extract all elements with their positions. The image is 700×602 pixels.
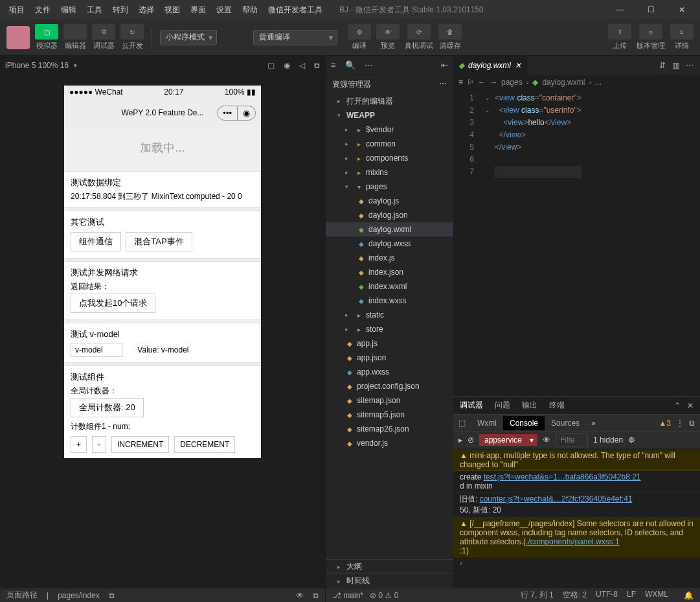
dock-devtools-icon[interactable]: ⧉ (689, 419, 695, 428)
mute-icon[interactable]: ◁ (299, 61, 305, 70)
minimize-button[interactable]: — (607, 1, 633, 19)
file-store[interactable]: ▸▸store (326, 322, 453, 336)
tb-详情[interactable]: ≡详情 (670, 24, 694, 51)
tb-云开发[interactable]: ↻云开发 (120, 24, 144, 51)
tb-版本管理[interactable]: ⎋版本管理 (637, 24, 665, 51)
inspect-icon[interactable]: ⬚ (453, 419, 471, 428)
branch[interactable]: ⎇ main* (332, 591, 363, 600)
tb-上传[interactable]: ⇧上传 (608, 24, 631, 51)
file-daylog.wxss[interactable]: ◆daylog.wxss (326, 237, 453, 251)
file-sitemap5.json[interactable]: ◆sitemap5.json (326, 408, 453, 422)
tb-编辑器[interactable]: 编辑器 (63, 24, 87, 51)
menu-转到[interactable]: 转到 (109, 2, 132, 18)
menu-界面[interactable]: 界面 (186, 2, 210, 18)
back-icon[interactable]: ← (478, 78, 486, 87)
search-icon[interactable]: 🔍 (345, 60, 356, 70)
file-daylog.js[interactable]: ◆daylog.js (326, 194, 453, 208)
file-daylog.wxml[interactable]: ◆daylog.wxml (326, 222, 453, 237)
record-icon[interactable]: ◉ (284, 61, 290, 70)
dbgtab-调试器[interactable]: 调试器 (460, 400, 483, 411)
console-prompt[interactable]: › (453, 557, 700, 569)
close-tab-icon[interactable]: ✕ (515, 61, 521, 70)
mode-select[interactable]: 小程序模式 (160, 30, 217, 45)
maximize-button[interactable]: ☐ (638, 1, 664, 19)
btn-DECREMENT[interactable]: DECREMENT (174, 436, 235, 453)
btn-send-requests[interactable]: 点我发起10个请求 (71, 294, 155, 313)
settings-icon[interactable]: ⚙ (628, 435, 635, 445)
tb-预览[interactable]: 👁预览 (376, 24, 400, 51)
file-app.json[interactable]: ◆app.json (326, 351, 453, 365)
problems-count[interactable]: ⊘ 0 ⚠ 0 (370, 591, 398, 600)
context-select[interactable]: appservice (479, 434, 537, 446)
file-tree[interactable]: ▸打开的编辑器▾WEAPP▸▸$vendor▸▸common▸▸componen… (326, 94, 453, 559)
dbgtab-输出[interactable]: 输出 (522, 400, 537, 411)
toggle-sidebar-icon[interactable]: ▸ (458, 435, 462, 445)
file-daylog.json[interactable]: ◆daylog.json (326, 208, 453, 222)
tab-daylog-wxml[interactable]: ◆ daylog.wxml ✕ (453, 56, 527, 75)
file-app.js[interactable]: ◆app.js (326, 336, 453, 351)
file-sitemap26.json[interactable]: ◆sitemap26.json (326, 422, 453, 436)
hidden-count[interactable]: 1 hidden (593, 435, 623, 445)
btn-+[interactable]: + (71, 436, 87, 453)
outline-section[interactable]: ▸大纲 (326, 559, 453, 573)
menu-帮助[interactable]: 帮助 (238, 2, 262, 18)
btn-global-counter[interactable]: 全局计数器: 20 (71, 398, 144, 417)
close-debugger-icon[interactable]: ✕ (687, 401, 694, 410)
compile-select[interactable]: 普通编译 (253, 30, 337, 45)
folder-mixins[interactable]: ▸▸mixins (326, 165, 453, 179)
menu-项目[interactable]: 项目 (5, 2, 28, 18)
folder-$vendor[interactable]: ▸▸$vendor (326, 122, 453, 137)
file-index.json[interactable]: ◆index.json (326, 265, 453, 279)
menu-编辑[interactable]: 编辑 (57, 2, 80, 18)
device-icon[interactable]: ▢ (267, 61, 275, 70)
forward-icon[interactable]: → (490, 78, 497, 87)
file-app.wxss[interactable]: ◆app.wxss (326, 365, 453, 379)
capsule[interactable]: •••◉ (217, 106, 256, 121)
folder-components[interactable]: ▸▸components (326, 151, 453, 165)
status-UTF-8[interactable]: UTF-8 (596, 590, 618, 601)
warning-badge[interactable]: ▲3 (659, 419, 671, 428)
menu-视图[interactable]: 视图 (161, 2, 184, 18)
more-icon[interactable]: ⋯ (365, 60, 373, 70)
breadcrumb[interactable]: ≡ ⚐ ← → pages › ◆ daylog.wxml › ... (453, 75, 700, 89)
folder-common[interactable]: ▸▸common (326, 137, 453, 151)
file-vendor.js[interactable]: ◆vendor.js (326, 436, 453, 450)
tb-清缓存[interactable]: 🗑清缓存 (438, 24, 462, 51)
devtab-sources[interactable]: Sources (545, 416, 586, 430)
tb-编译[interactable]: ⚙编译 (348, 24, 371, 51)
tb-模拟器[interactable]: ▢模拟器 (35, 24, 58, 51)
open-editors[interactable]: ▸打开的编辑器 (326, 94, 453, 108)
devtab-console[interactable]: Console (503, 416, 545, 430)
dock-icon[interactable]: ⧉ (313, 591, 319, 600)
list-icon[interactable]: ≡ (331, 60, 336, 70)
bookmark-icon[interactable]: ⚐ (467, 78, 474, 87)
status-LF[interactable]: LF (627, 590, 636, 601)
collapse-icon[interactable]: ⇤ (441, 60, 448, 70)
phone-content[interactable]: 加载中... 测试数据绑定 20:17:58.804 到三秒了 MixinTex… (64, 127, 261, 458)
file-index.js[interactable]: ◆index.js (326, 251, 453, 265)
status-WXML[interactable]: WXML (645, 590, 668, 601)
menu-微信开发者工具[interactable]: 微信开发者工具 (264, 2, 326, 18)
list-icon[interactable]: ≡ (458, 78, 463, 87)
timeline-section[interactable]: ▸时间线 (326, 573, 453, 588)
menu-工具[interactable]: 工具 (83, 2, 106, 18)
console-output[interactable]: ▲ mini-app, multiple type is not allowed… (453, 448, 700, 588)
code-editor[interactable]: 1234567 ⌄⌄ <view class="container"> <vie… (453, 89, 700, 396)
copy-icon[interactable]: ⧉ (314, 61, 320, 70)
file-index.wxss[interactable]: ◆index.wxss (326, 294, 453, 308)
bell-icon[interactable]: 🔔 (684, 591, 694, 600)
chevron-up-icon[interactable]: ⌃ (674, 401, 681, 410)
more-devtabs-icon[interactable]: » (586, 419, 601, 428)
copy-path-icon[interactable]: ⧉ (109, 591, 115, 600)
devtools-menu-icon[interactable]: ⋮ (676, 419, 684, 428)
menu-选择[interactable]: 选择 (135, 2, 158, 18)
split-icon[interactable]: ▥ (672, 61, 679, 70)
vmodel-input[interactable] (71, 343, 122, 357)
clear-console-icon[interactable]: ⊘ (468, 435, 474, 445)
tb-真机调试[interactable]: ⟳真机调试 (405, 24, 433, 51)
file-static[interactable]: ▸▸static (326, 308, 453, 322)
btn-comp-comm[interactable]: 组件通信 (71, 232, 121, 251)
file-project.config.json[interactable]: ◆project.config.json (326, 379, 453, 393)
close-button[interactable]: ✕ (669, 1, 695, 19)
btn--[interactable]: - (92, 436, 106, 453)
